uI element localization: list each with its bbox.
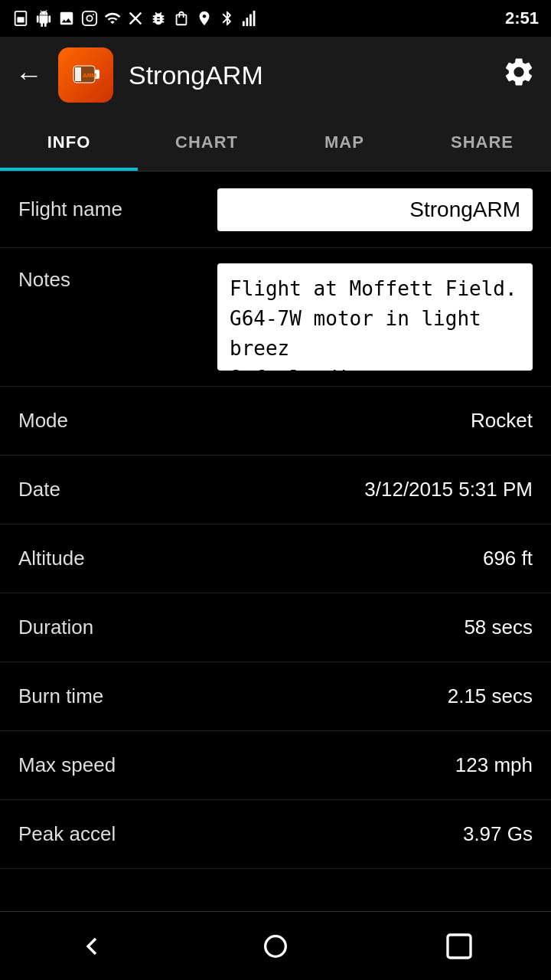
tab-info[interactable]: INFO — [0, 113, 138, 171]
status-bar-left-icons — [12, 10, 259, 27]
mode-label: Mode — [18, 409, 217, 433]
svg-rect-10 — [253, 11, 256, 26]
peak-accel-value: 3.97 Gs — [217, 822, 533, 846]
svg-rect-7 — [243, 21, 245, 26]
svg-rect-9 — [249, 15, 252, 27]
date-value: 3/12/2015 5:31 PM — [217, 478, 533, 501]
bottom-navigation — [0, 911, 551, 980]
tab-map[interactable]: MAP — [276, 113, 413, 171]
burn-time-row: Burn time 2.15 secs — [0, 662, 551, 731]
duration-row: Duration 58 secs — [0, 593, 551, 662]
app-title: StrongARM — [129, 60, 487, 90]
altitude-value: 696 ft — [217, 547, 533, 570]
flight-name-label: Flight name — [18, 198, 217, 221]
burn-time-label: Burn time — [18, 684, 217, 708]
svg-text:ARM: ARM — [83, 72, 97, 79]
info-tab-content: Flight name Notes Flight at Moffett Fiel… — [0, 172, 551, 869]
svg-rect-2 — [83, 11, 96, 25]
recents-nav-button[interactable] — [436, 923, 482, 969]
flight-name-row: Flight name — [0, 172, 551, 248]
date-row: Date 3/12/2015 5:31 PM — [0, 456, 551, 524]
svg-point-3 — [86, 15, 92, 21]
flight-name-input[interactable] — [217, 188, 533, 231]
altitude-label: Altitude — [18, 547, 217, 570]
notes-row: Notes Flight at Moffett Field. G64-7W mo… — [0, 248, 551, 387]
tab-chart[interactable]: CHART — [138, 113, 276, 171]
settings-button[interactable] — [502, 55, 536, 96]
peak-accel-row: Peak accel 3.97 Gs — [0, 800, 551, 869]
svg-rect-1 — [17, 17, 24, 22]
svg-point-4 — [93, 14, 94, 15]
max-speed-label: Max speed — [18, 753, 217, 777]
back-button[interactable]: ← — [15, 61, 43, 89]
notes-textarea[interactable]: Flight at Moffett Field. G64-7W motor in… — [217, 263, 533, 371]
max-speed-value: 123 mph — [217, 753, 533, 777]
svg-rect-13 — [75, 67, 81, 81]
peak-accel-label: Peak accel — [18, 822, 217, 846]
mode-row: Mode Rocket — [0, 387, 551, 456]
duration-value: 58 secs — [217, 616, 533, 639]
tab-bar: INFO CHART MAP SHARE — [0, 113, 551, 172]
notes-label: Notes — [18, 263, 217, 292]
home-nav-button[interactable] — [253, 923, 298, 969]
date-label: Date — [18, 478, 217, 501]
svg-rect-8 — [246, 18, 249, 26]
status-bar: 2:51 — [0, 0, 551, 37]
svg-rect-16 — [448, 935, 471, 958]
max-speed-row: Max speed 123 mph — [0, 731, 551, 800]
mode-value: Rocket — [217, 409, 533, 433]
back-nav-button[interactable] — [69, 923, 115, 969]
altitude-row: Altitude 696 ft — [0, 524, 551, 593]
content-area: Flight name Notes Flight at Moffett Fiel… — [0, 172, 551, 946]
duration-label: Duration — [18, 616, 217, 639]
status-time: 2:51 — [505, 8, 539, 28]
tab-share[interactable]: SHARE — [413, 113, 551, 171]
svg-point-15 — [266, 936, 286, 956]
app-icon: ARM — [58, 47, 113, 103]
burn-time-value: 2.15 secs — [217, 684, 533, 708]
app-bar: ← ARM StrongARM — [0, 37, 551, 113]
